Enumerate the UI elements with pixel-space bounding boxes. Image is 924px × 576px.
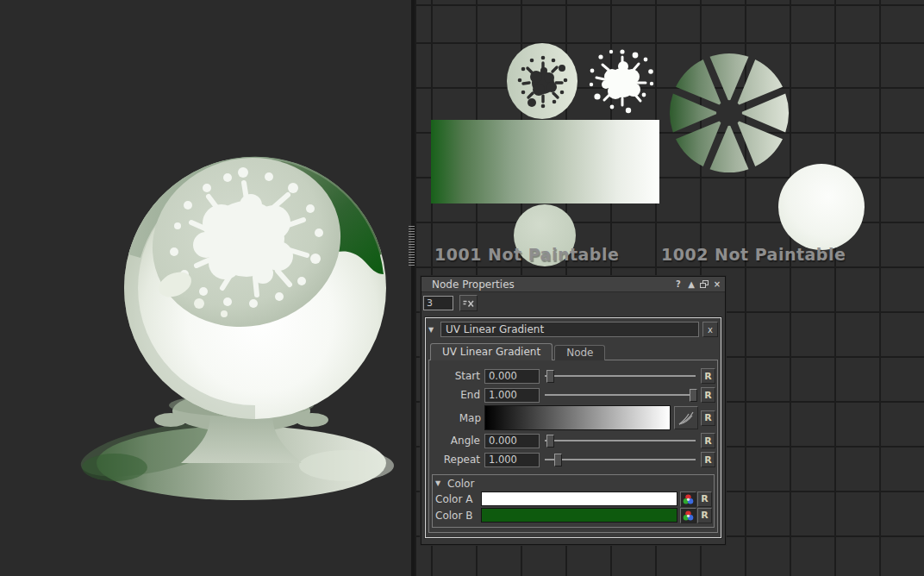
node-properties-group: ▼ UV Linear Gradient x UV Linear Gradien… (425, 317, 721, 538)
edit-curve-button[interactable] (674, 406, 698, 429)
uv-island-pinwheel (665, 48, 794, 178)
map-gradient-bar[interactable] (484, 405, 671, 430)
reset-start-button[interactable]: R (701, 368, 715, 384)
uv-island-gradient-rect (431, 120, 659, 203)
gradient-settings-pane: Start 0.000 R End 1.000 R (428, 360, 718, 533)
udim-tile-label-1002: 1002 Not Paintable (661, 245, 846, 264)
color-b-swatch[interactable] (481, 508, 677, 523)
rgb-picker-icon (683, 494, 694, 504)
node-tabs: UV Linear Gradient Node (430, 343, 718, 360)
panel-title: Node Properties (432, 279, 673, 291)
udim-tile-label-1001: 1001 Not Paintable (434, 245, 619, 264)
mari-workspace: 1001 Not Paintable 1002 Not Paintable No… (0, 0, 924, 576)
uv-island-white-splat (584, 41, 661, 119)
pinned-count-input[interactable]: 3 (423, 296, 453, 310)
color-a-row: Color A R (435, 491, 711, 507)
slider-track (545, 440, 696, 441)
reset-color-b-button[interactable]: R (697, 508, 712, 523)
collapse-node-icon[interactable]: ▼ (428, 326, 437, 334)
slider-handle[interactable] (546, 370, 554, 383)
map-label: Map (432, 412, 481, 424)
slider-handle[interactable] (690, 389, 697, 402)
node-name-field[interactable]: UV Linear Gradient (440, 322, 699, 337)
color-b-row: Color B R (435, 507, 711, 523)
ortho-3d-viewport[interactable] (0, 0, 411, 576)
start-input[interactable]: 0.000 (484, 369, 540, 384)
collapse-color-icon[interactable]: ▼ (435, 479, 444, 487)
repeat-slider[interactable] (543, 453, 697, 466)
panel-titlebar[interactable]: Node Properties ? ▲ × (421, 277, 725, 292)
slider-track (545, 394, 696, 396)
start-label: Start (432, 370, 481, 382)
clear-pinned-button[interactable] (459, 295, 478, 311)
uv-island-splat-circle (505, 42, 579, 120)
color-a-label: Color A (435, 493, 478, 505)
end-slider[interactable] (543, 388, 697, 402)
end-row: End 1.000 R (432, 385, 715, 404)
reset-color-a-button[interactable]: R (697, 491, 712, 507)
repeat-label: Repeat (432, 454, 481, 466)
collapse-panel-icon[interactable]: ▲ (686, 279, 696, 290)
angle-slider[interactable] (543, 434, 697, 448)
uv-island-big-sphere (778, 164, 865, 250)
slider-track (545, 459, 696, 460)
color-a-picker-button[interactable] (680, 491, 696, 507)
reset-map-button[interactable]: R (701, 410, 715, 426)
slider-handle[interactable] (554, 454, 562, 466)
close-panel-icon[interactable]: × (712, 279, 722, 290)
angle-label: Angle (432, 435, 481, 447)
start-row: Start 0.000 R (432, 366, 715, 385)
shader-ball-preview (0, 0, 411, 576)
help-icon[interactable]: ? (673, 279, 684, 290)
remove-node-button[interactable]: x (702, 322, 718, 337)
curve-icon (677, 410, 695, 426)
end-input[interactable]: 1.000 (484, 388, 540, 403)
tab-uv-linear-gradient[interactable]: UV Linear Gradient (430, 343, 553, 360)
end-label: End (432, 389, 481, 401)
color-b-picker-button[interactable] (680, 508, 696, 523)
reset-repeat-button[interactable]: R (701, 452, 715, 467)
color-b-label: Color B (435, 510, 478, 522)
float-panel-icon[interactable] (699, 279, 709, 290)
map-row: Map R (432, 404, 715, 431)
reset-end-button[interactable]: R (701, 387, 715, 403)
rgb-picker-icon (683, 510, 694, 521)
color-section: ▼ Color Color A (432, 474, 715, 528)
slider-track (545, 375, 696, 377)
start-slider[interactable] (543, 369, 697, 383)
reset-angle-button[interactable]: R (701, 433, 715, 448)
angle-input[interactable]: 0.000 (484, 434, 540, 448)
repeat-input[interactable]: 1.000 (484, 453, 540, 467)
clear-icon (463, 299, 474, 308)
node-properties-panel: Node Properties ? ▲ × 3 (421, 276, 726, 545)
color-a-swatch[interactable] (481, 491, 677, 506)
color-section-title: Color (447, 478, 474, 490)
slider-handle[interactable] (546, 435, 554, 448)
angle-row: Angle 0.000 R (432, 431, 715, 450)
tab-node[interactable]: Node (554, 345, 605, 360)
repeat-row: Repeat 1.000 R (432, 450, 715, 469)
